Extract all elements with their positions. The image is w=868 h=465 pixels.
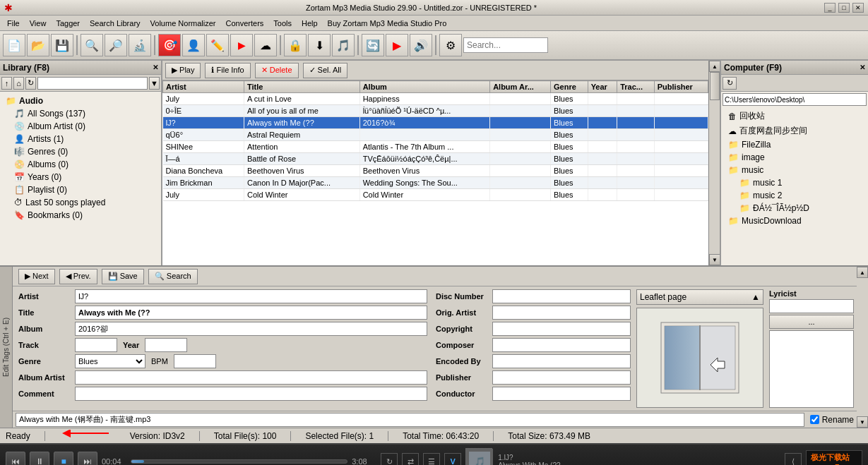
file-tree-item[interactable]: 🗑回收站 <box>723 109 867 123</box>
lyrics-button[interactable]: ... <box>769 315 854 329</box>
toolbar-search2[interactable]: 🔎 <box>105 34 127 56</box>
table-row[interactable]: 0÷ÎEAll of you is all of meĺü°üàñĺüéÕ ¹Ú… <box>163 105 708 117</box>
toolbar-search-input[interactable] <box>463 37 548 53</box>
computer-close-button[interactable]: ✕ <box>860 64 865 71</box>
col-album-artist[interactable]: Album Ar... <box>490 81 551 93</box>
play-button[interactable]: ▶ Play <box>165 63 201 78</box>
player-stop[interactable]: ■ <box>54 452 73 465</box>
player-v-btn[interactable]: V <box>444 453 461 465</box>
scroll-up-button[interactable]: ▲ <box>709 61 720 72</box>
orig-artist-input[interactable] <box>492 306 631 320</box>
file-tree-item[interactable]: 📁ÐÁ½¯ÎÃ½p½D <box>723 202 867 215</box>
toolbar-search1[interactable]: 🔍 <box>81 34 103 56</box>
edit-scroll-down[interactable]: ▼ <box>857 416 868 428</box>
menu-volume-normalizer[interactable]: Volume Normalizer <box>146 18 220 29</box>
toolbar-youtube[interactable]: ▶ <box>230 34 253 56</box>
artwork-box[interactable] <box>636 308 763 408</box>
tree-item-last50[interactable]: ⏱ Last 50 songs played <box>0 196 161 209</box>
tree-item-bookmarks[interactable]: 🔖 Bookmarks (0) <box>0 209 161 222</box>
album-artist-input[interactable] <box>75 370 427 385</box>
toolbar-settings[interactable]: ⚙ <box>439 34 462 56</box>
publisher-input[interactable] <box>492 370 631 385</box>
table-row[interactable]: qÜ6°Astral RequiemBlues <box>163 129 708 141</box>
conductor-input[interactable] <box>492 387 631 401</box>
col-publisher[interactable]: Publisher <box>654 81 708 93</box>
toolbar-lock[interactable]: 🔒 <box>284 34 307 56</box>
filename-input[interactable] <box>16 413 804 427</box>
tree-item-artists[interactable]: 👤 Artists (1) <box>0 133 161 145</box>
file-tree-item[interactable]: 📁FileZilla <box>723 138 867 151</box>
composer-input[interactable] <box>492 338 631 352</box>
close-button[interactable]: ✕ <box>852 3 864 13</box>
menu-tagger[interactable]: Tagger <box>52 18 84 29</box>
lib-btn-home[interactable]: ⌂ <box>13 77 24 90</box>
edit-next-button[interactable]: ▶ Next <box>18 269 55 284</box>
tree-item-playlist[interactable]: 📋 Playlist (0) <box>0 183 161 196</box>
track-input[interactable] <box>75 338 117 352</box>
lib-btn-up[interactable]: ↑ <box>1 77 12 90</box>
maximize-button[interactable]: □ <box>838 3 850 13</box>
menu-tools[interactable]: Tools <box>269 18 296 29</box>
toolbar-open[interactable]: 📂 <box>27 34 49 56</box>
col-track[interactable]: Trac... <box>617 81 655 93</box>
leaflet-selector[interactable]: Leaflet page ▲ <box>636 289 763 305</box>
tree-item-audio[interactable]: 📁 Audio <box>0 95 161 107</box>
genre-select[interactable]: Blues <box>75 354 145 368</box>
bpm-input[interactable] <box>174 354 216 368</box>
table-row[interactable]: JulyA cut in LoveHappinessBlues <box>163 93 708 105</box>
lib-btn-search[interactable]: ▼ <box>149 77 160 90</box>
tree-item-all-songs[interactable]: 🎵 All Songs (137) <box>0 107 161 120</box>
delete-button[interactable]: ✕ Delete <box>255 63 299 78</box>
scroll-thumb[interactable] <box>710 72 720 100</box>
lyricist-input[interactable] <box>769 299 854 313</box>
tree-item-years[interactable]: 📅 Years (0) <box>0 171 161 183</box>
player-shuffle-btn[interactable]: ⇄ <box>402 453 419 465</box>
tree-item-album-artist[interactable]: 💿 Album Artist (0) <box>0 120 161 133</box>
player-forward-end[interactable]: ⏭ <box>78 452 97 465</box>
col-year[interactable]: Year <box>588 81 617 93</box>
file-tree-item[interactable]: 📁MusicDownload <box>723 215 867 227</box>
track-list-scrollbar[interactable]: ▲ ▼ <box>708 61 720 265</box>
computer-path-input[interactable] <box>723 93 867 106</box>
lyrics-textarea[interactable] <box>769 330 854 408</box>
copyright-input[interactable] <box>492 322 631 336</box>
col-title[interactable]: Title <box>244 81 360 93</box>
library-search-input[interactable] <box>37 77 148 90</box>
edit-prev-button[interactable]: ◀ Prev. <box>59 269 97 284</box>
toolbar-tag[interactable]: 🎯 <box>158 34 181 56</box>
file-tree-item[interactable]: 📁music <box>723 164 867 176</box>
encoded-by-input[interactable] <box>492 354 631 368</box>
menu-search-library[interactable]: Search Library <box>85 18 145 29</box>
file-tree-item[interactable]: 📁image <box>723 151 867 164</box>
toolbar-download[interactable]: ⬇ <box>308 34 331 56</box>
file-tree-item[interactable]: 📁music 2 <box>723 189 867 202</box>
table-row[interactable]: Jim BrickmanCanon In D Major(Pac...Weddi… <box>163 177 708 189</box>
toolbar-volume[interactable]: 🔊 <box>410 34 432 56</box>
toolbar-music[interactable]: 🎵 <box>332 34 355 56</box>
toolbar-person[interactable]: 👤 <box>182 34 205 56</box>
col-album[interactable]: Album <box>359 81 489 93</box>
title-input[interactable] <box>75 306 427 320</box>
edit-scroll-up[interactable]: ▲ <box>857 267 868 278</box>
table-row[interactable]: Ī—áBattle of RoseTVçĒáŏüi½óáçÇó³ê,Ĉëµ|..… <box>163 153 708 165</box>
menu-buy[interactable]: Buy Zortam Mp3 Media Studio Pro <box>323 18 451 29</box>
edit-save-button[interactable]: 💾 Save <box>102 269 144 284</box>
player-progress-bar[interactable] <box>131 459 347 464</box>
player-back-start[interactable]: ⏮ <box>6 452 25 465</box>
table-row[interactable]: Diana BonchevaBeethoven VirusBeethoven V… <box>163 165 708 177</box>
menu-view[interactable]: View <box>25 18 51 29</box>
table-row[interactable]: Ĳ?Always with Me (??2016?ò¾Blues <box>163 117 708 129</box>
player-play-pause[interactable]: ⏸ <box>30 452 49 465</box>
artist-input[interactable] <box>75 289 427 303</box>
menu-file[interactable]: File <box>3 18 24 29</box>
toolbar-new[interactable]: 📄 <box>3 34 25 56</box>
edit-search-button[interactable]: 🔍 Search <box>148 269 198 284</box>
file-tree-item[interactable]: ☁百度网盘同步空间 <box>723 123 867 138</box>
rename-checkbox[interactable] <box>810 415 819 424</box>
toolbar-save[interactable]: 💾 <box>51 34 73 56</box>
toolbar-search3[interactable]: 🔬 <box>129 34 151 56</box>
lib-btn-refresh[interactable]: ↻ <box>25 77 36 90</box>
tree-item-genres[interactable]: 🎼 Genres (0) <box>0 145 161 158</box>
menu-help[interactable]: Help <box>297 18 322 29</box>
tree-item-albums[interactable]: 📀 Albums (0) <box>0 158 161 171</box>
